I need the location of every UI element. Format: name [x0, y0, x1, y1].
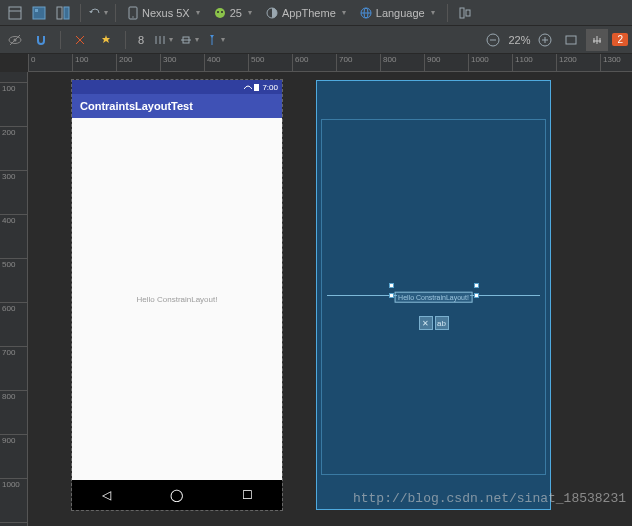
app-title: ContraintsLayoutTest	[80, 100, 193, 112]
separator	[125, 31, 126, 49]
svg-rect-36	[254, 84, 259, 91]
svg-marker-29	[210, 35, 214, 38]
device-label: Nexus 5X	[142, 7, 190, 19]
zoom-in-icon[interactable]	[534, 29, 556, 51]
nav-back-icon: ◁	[102, 488, 111, 502]
ruler-horizontal: 0100200300400500600700800900100011001200…	[28, 54, 632, 72]
nav-recent-icon: ☐	[242, 488, 253, 502]
api-label: 25	[230, 7, 242, 19]
hello-textview[interactable]: Hello ConstrainLayout!	[137, 295, 218, 304]
blueprint-view-icon[interactable]	[28, 2, 50, 24]
separator	[60, 31, 61, 49]
theme-selector[interactable]: AppTheme ▾	[260, 7, 352, 19]
margin-value: 8	[138, 34, 144, 46]
device-selector[interactable]: Nexus 5X ▾	[122, 6, 206, 20]
phone-statusbar: 7:00	[72, 80, 282, 94]
design-toolbar: 8 ▾ ▾ ▾ 22% 2	[0, 26, 632, 54]
magnet-icon[interactable]	[30, 29, 52, 51]
theme-label: AppTheme	[282, 7, 336, 19]
blueprint-widget-tools: ✕ ab	[419, 316, 449, 330]
constraint-line-left	[327, 295, 397, 296]
default-margin[interactable]: 8	[134, 34, 148, 46]
zoom-value: 22%	[508, 34, 530, 46]
fit-screen-icon[interactable]	[560, 29, 582, 51]
status-time: 7:00	[262, 83, 278, 92]
svg-rect-17	[466, 10, 470, 16]
guideline-icon[interactable]: ▾	[204, 29, 226, 51]
svg-rect-35	[566, 36, 576, 44]
svg-point-10	[217, 11, 219, 13]
resize-handle[interactable]	[474, 283, 479, 288]
ruler-vertical: 10020030040050060070080090010001100	[0, 72, 28, 526]
phone-blueprint[interactable]: Hello ConstrainLayout! ✕ ab	[316, 80, 551, 510]
svg-rect-0	[9, 7, 21, 19]
variants-icon[interactable]	[454, 2, 476, 24]
separator	[115, 4, 116, 22]
wifi-icon	[244, 83, 252, 91]
pan-icon[interactable]	[586, 29, 608, 51]
phone-design-preview[interactable]: 7:00 ContraintsLayoutTest Hello Constrai…	[72, 80, 282, 510]
separator	[80, 4, 81, 22]
infer-constraints-icon[interactable]	[95, 29, 117, 51]
delete-constraint-icon[interactable]: ✕	[419, 316, 433, 330]
zoom-out-icon[interactable]	[482, 29, 504, 51]
svg-point-11	[221, 11, 223, 13]
pack-icon[interactable]: ▾	[152, 29, 174, 51]
top-toolbar: ▾ Nexus 5X ▾ 25 ▾ AppTheme ▾ Language ▾	[0, 0, 632, 26]
orientation-icon[interactable]: ▾	[87, 2, 109, 24]
svg-rect-5	[64, 7, 69, 19]
language-selector[interactable]: Language ▾	[354, 7, 441, 19]
resize-handle[interactable]	[474, 293, 479, 298]
api-selector[interactable]: 25 ▾	[208, 7, 258, 19]
phone-content[interactable]: Hello ConstrainLayout!	[72, 118, 282, 480]
phone-navbar: ◁ ◯ ☐	[72, 480, 282, 510]
svg-rect-2	[33, 7, 45, 19]
design-view-icon[interactable]	[4, 2, 26, 24]
phone-appbar: ContraintsLayoutTest	[72, 94, 282, 118]
baseline-icon[interactable]: ab	[435, 316, 449, 330]
warning-badge[interactable]: 2	[612, 33, 628, 46]
svg-point-9	[215, 8, 225, 18]
language-label: Language	[376, 7, 425, 19]
svg-marker-6	[89, 11, 93, 13]
svg-point-8	[132, 16, 133, 17]
clear-constraints-icon[interactable]	[69, 29, 91, 51]
resize-handle[interactable]	[389, 293, 394, 298]
separator	[447, 4, 448, 22]
battery-icon	[254, 83, 260, 91]
svg-rect-4	[57, 7, 62, 19]
svg-rect-3	[35, 9, 38, 12]
split-view-icon[interactable]	[52, 2, 74, 24]
watermark-text: http://blog.csdn.net/sinat_18538231	[353, 491, 626, 506]
canvas-area: 0100200300400500600700800900100011001200…	[0, 54, 632, 526]
align-icon[interactable]: ▾	[178, 29, 200, 51]
eye-icon[interactable]	[4, 29, 26, 51]
viewport[interactable]: 7:00 ContraintsLayoutTest Hello Constrai…	[28, 72, 632, 526]
svg-rect-16	[460, 8, 464, 18]
blueprint-textview[interactable]: Hello ConstrainLayout!	[394, 292, 473, 303]
nav-home-icon: ◯	[170, 488, 183, 502]
resize-handle[interactable]	[389, 283, 394, 288]
constraint-line-right	[470, 295, 540, 296]
